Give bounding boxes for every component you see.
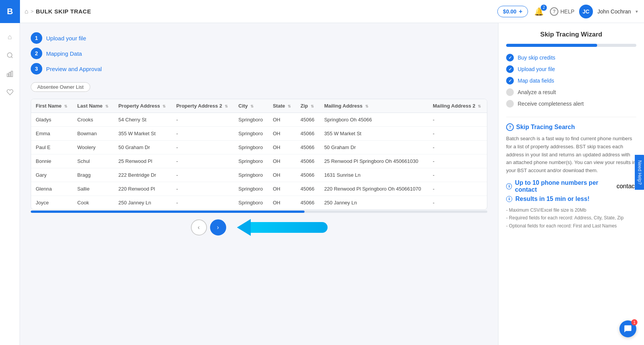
wizard-step-label: Analyze a result [518, 89, 556, 95]
cell-prop-addr: 355 W Market St [114, 127, 172, 141]
cell-state: OH [268, 113, 296, 127]
top-navigation: B ⌂ > BULK SKIP TRACE $0.00 + 🔔 2 ? HELP… [0, 0, 644, 23]
user-menu-chevron[interactable]: ▾ [636, 9, 638, 14]
cell-mail-addr2: - [428, 141, 487, 154]
need-help-tab[interactable]: Need Help? [634, 155, 644, 190]
cell-prop-addr2: - [172, 168, 234, 182]
col-mailing-address[interactable]: Mailing Address ⇅ [320, 99, 428, 113]
feature-phones-link[interactable]: Up to 10 phone numbers per contact [515, 179, 615, 193]
cell-mail-addr: 25 Renwood Pl Springboro Oh 450661030 [320, 154, 428, 168]
horizontal-scrollbar[interactable] [31, 211, 487, 213]
sst-note: - Optional fields for each record: First… [506, 222, 636, 230]
table-header-row: First Name ⇅ Last Name ⇅ Property Addres… [31, 99, 487, 113]
svg-rect-4 [11, 71, 13, 76]
cell-mail-addr2: - [428, 196, 487, 210]
cell-prop-addr: 54 Cherry St [114, 113, 172, 127]
sst-notes: - Maximum CSV/Excel file size is 20Mb- R… [506, 206, 636, 230]
col-state[interactable]: State ⇅ [268, 99, 296, 113]
cell-city: Springboro [234, 196, 268, 210]
col-last-name[interactable]: Last Name ⇅ [73, 99, 114, 113]
arrow-head [237, 219, 251, 236]
user-avatar[interactable]: JC [579, 5, 593, 18]
cell-mail-addr2: - [428, 113, 487, 127]
col-city[interactable]: City ⇅ [234, 99, 268, 113]
prev-button[interactable]: ‹ [191, 219, 207, 236]
chat-button[interactable]: 1 [619, 320, 636, 337]
cell-zip: 45066 [296, 141, 320, 154]
cell-prop-addr: 250 Janney Ln [114, 196, 172, 210]
cell-prop-addr: 25 Renwood Pl [114, 154, 172, 168]
cell-zip: 45066 [296, 168, 320, 182]
skip-tracing-search-section: ? Skip Tracing Search Batch search is a … [506, 117, 636, 230]
step-1-circle: 1 [31, 32, 42, 44]
col-property-address[interactable]: Property Address ⇅ [114, 99, 172, 113]
cell-state: OH [268, 141, 296, 154]
sst-icon: ? [506, 123, 514, 131]
cell-city: Springboro [234, 113, 268, 127]
cell-last: Crooks [73, 113, 114, 127]
sidebar-item-search[interactable] [2, 48, 18, 63]
arrow-shaft [251, 222, 328, 233]
cell-city: Springboro [234, 127, 268, 141]
svg-rect-2 [7, 74, 8, 77]
sidebar-item-favorites[interactable] [2, 85, 18, 100]
next-button[interactable]: › [210, 219, 226, 236]
table-row: Gary Bragg 222 Bentridge Dr - Springboro… [31, 168, 487, 182]
cell-zip: 45066 [296, 127, 320, 141]
cell-first: Joyce [31, 196, 73, 210]
cell-city: Springboro [234, 141, 268, 154]
col-first-name[interactable]: First Name ⇅ [31, 99, 73, 113]
table-row: Bonnie Schul 25 Renwood Pl - Springboro … [31, 154, 487, 168]
feature-speed-link[interactable]: Results in 15 min or less! [515, 196, 589, 202]
sst-title-text: Skip Tracing Search [516, 124, 575, 131]
chat-badge: 1 [631, 319, 637, 325]
cell-first: Gary [31, 168, 73, 182]
feature-speed: ℹ Results in 15 min or less! [506, 196, 636, 202]
wizard-step-label: Receive completeness alert [518, 101, 584, 107]
table-row: Gladys Crooks 54 Cherry St - Springboro … [31, 113, 487, 127]
cell-city: Springboro [234, 154, 268, 168]
step-3[interactable]: 3 Preview and Approval [31, 63, 487, 75]
home-icon[interactable]: ⌂ [25, 8, 28, 15]
data-table-container: First Name ⇅ Last Name ⇅ Property Addres… [31, 99, 487, 210]
cell-prop-addr2: - [172, 154, 234, 168]
col-zip[interactable]: Zip ⇅ [296, 99, 320, 113]
cell-state: OH [268, 154, 296, 168]
feature-phones: ℹ Up to 10 phone numbers per contact con… [506, 179, 636, 193]
cell-mail-addr2: - [428, 127, 487, 141]
cell-zip: 45066 [296, 113, 320, 127]
balance-button[interactable]: $0.00 + [497, 6, 528, 17]
cell-prop-addr: 222 Bentridge Dr [114, 168, 172, 182]
notifications-button[interactable]: 🔔 2 [533, 5, 545, 18]
cell-first: Paul E [31, 141, 73, 154]
cell-first: Gladys [31, 113, 73, 127]
sidebar: ⌂ [0, 23, 20, 345]
help-icon: ? [550, 7, 558, 16]
cell-first: Bonnie [31, 154, 73, 168]
user-name[interactable]: John Cochran [598, 8, 631, 15]
main-content: 1 Upload your file 2 Mapping Data 3 Prev… [20, 23, 498, 345]
step-3-circle: 3 [31, 63, 42, 75]
step-2[interactable]: 2 Mapping Data [31, 48, 487, 59]
cell-first: Emma [31, 127, 73, 141]
cell-state: OH [268, 168, 296, 182]
feature-speed-icon: ℹ [506, 196, 512, 202]
cell-state: OH [268, 127, 296, 141]
cell-mail-addr: 355 W Market St [320, 127, 428, 141]
col-property-address-2[interactable]: Property Address 2 ⇅ [172, 99, 234, 113]
table-row: Glenna Sallie 220 Renwood Pl - Springbor… [31, 182, 487, 196]
wizard-step-label: Buy skip credits [518, 55, 555, 61]
sidebar-item-charts[interactable] [2, 66, 18, 81]
help-button[interactable]: ? HELP [550, 7, 574, 16]
col-mailing-address-2[interactable]: Mailing Address 2 ⇅ [428, 99, 487, 113]
breadcrumb-title: BULK SKIP TRACE [36, 8, 91, 15]
cell-last: Woolery [73, 141, 114, 154]
sidebar-item-home[interactable]: ⌂ [2, 29, 18, 45]
wizard-checklist-item: Analyze a result [506, 88, 636, 96]
cell-city: Springboro [234, 182, 268, 196]
wizard-step-dot: ✓ [506, 65, 514, 73]
pagination-navigation: ‹ › [31, 219, 487, 236]
cell-last: Bowman [73, 127, 114, 141]
step-1[interactable]: 1 Upload your file [31, 32, 487, 44]
logo[interactable]: B [0, 0, 20, 23]
